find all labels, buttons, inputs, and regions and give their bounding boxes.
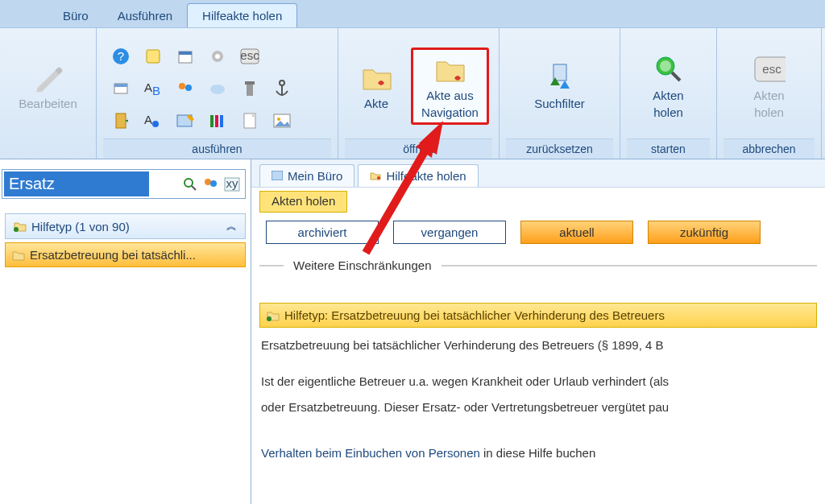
svg-rect-10: [114, 84, 127, 87]
svg-point-6: [215, 54, 220, 59]
help-icon[interactable]: ?: [107, 43, 135, 70]
photo-edit-icon[interactable]: [172, 107, 199, 134]
filter-vergangen[interactable]: vergangen: [393, 221, 506, 244]
svg-point-42: [14, 227, 19, 232]
search-row: xy: [2, 169, 246, 199]
akten-holen-start-button[interactable]: Akten holen: [641, 50, 697, 122]
akten-holen-abbrechen-button[interactable]: esc Akten holen: [741, 50, 798, 122]
akte-nav-label2: Navigation: [421, 105, 479, 119]
time-filter-row: archiviert vergangen aktuell zukünftig: [266, 221, 817, 244]
svg-point-22: [152, 121, 159, 127]
svg-point-29: [277, 118, 280, 121]
tab-buero[interactable]: Büro: [48, 4, 103, 27]
group-abbrechen-label: abbrechen: [723, 138, 815, 159]
sidebar: xy document.addEventListener('DOMContent…: [0, 159, 251, 504]
ausfuehren-icon-grid: ? esc AB A: [107, 43, 328, 134]
svg-rect-4: [179, 52, 192, 55]
search-input[interactable]: [4, 171, 149, 196]
tower-icon[interactable]: [236, 75, 263, 102]
bearbeiten-label: Bearbeiten: [19, 97, 77, 110]
svg-rect-24: [210, 115, 214, 127]
akte-nav-label1: Akte aus: [426, 89, 473, 102]
detail-line1: Ersatzbetreuung bei tatsächlicher Verhin…: [259, 333, 817, 357]
akte-aus-navigation-button[interactable]: Akte aus Navigation: [411, 48, 489, 125]
inner-tabs: Mein Büro Hilfeakte holen: [251, 159, 825, 188]
filter-archiviert[interactable]: archiviert: [266, 221, 379, 244]
svg-point-36: [184, 179, 193, 187]
folder-nav-heart-icon: [433, 53, 466, 85]
svg-line-33: [672, 72, 680, 81]
svg-point-44: [377, 176, 380, 180]
weitere-einschraenkungen-row: Weitere Einschränkungen: [259, 258, 817, 272]
ab-icon[interactable]: AB: [139, 75, 167, 102]
workspace: xy document.addEventListener('DOMContent…: [0, 159, 825, 504]
filter-zukuenftig[interactable]: zukünftig: [648, 221, 761, 244]
people-icon[interactable]: [172, 75, 199, 102]
calendar-icon[interactable]: [172, 43, 199, 70]
folder-heart-icon: [360, 61, 392, 93]
akten-abbr-l2: holen: [754, 105, 784, 119]
a-dot-icon[interactable]: A: [139, 107, 167, 134]
svg-text:A: A: [144, 113, 152, 126]
svg-point-38: [205, 179, 211, 185]
tab-ausfuehren[interactable]: Ausführen: [103, 4, 187, 27]
anchor-icon[interactable]: [268, 75, 296, 102]
inner-tab-mein-buero[interactable]: Mein Büro: [259, 164, 354, 187]
svg-text:?: ?: [117, 49, 123, 63]
hilfetyp-detail-heading: Hilfetyp: Ersatzbetreuung bei tatsächlic…: [259, 303, 817, 328]
svg-point-45: [267, 316, 272, 321]
svg-point-13: [179, 83, 185, 89]
books-icon[interactable]: [204, 107, 231, 134]
svg-rect-2: [147, 50, 160, 63]
svg-point-15: [210, 85, 225, 94]
magnifier-green-icon: [653, 53, 685, 85]
group-oeffnen-label: öffnen: [345, 138, 492, 159]
collapse-chevrons-icon[interactable]: ︽: [226, 219, 237, 233]
folder-small-icon: [12, 250, 25, 261]
svg-rect-16: [247, 83, 253, 96]
picture-icon[interactable]: [268, 107, 296, 134]
svg-rect-20: [116, 114, 126, 128]
recycle-icon: [544, 61, 576, 93]
xy-icon[interactable]: xy: [224, 176, 240, 192]
akten-abbr-l1: Akten: [753, 89, 784, 102]
akten-holen-heading: Akten holen: [259, 191, 347, 213]
verhalten-link[interactable]: Verhalten beim Einbuchen von Personen: [261, 446, 480, 460]
detail-para2: oder Ersatzbetreuung. Dieser Ersatz- ode…: [259, 395, 817, 419]
detail-para1: Ist der eigentliche Betreuer u.a. wegen …: [259, 369, 817, 394]
weitere-label: Weitere Einschränkungen: [293, 258, 432, 272]
svg-rect-25: [215, 115, 218, 127]
akte-button[interactable]: Akte: [348, 58, 404, 114]
pencil-icon: [32, 61, 64, 93]
svg-rect-43: [272, 171, 283, 180]
page-icon[interactable]: [236, 107, 263, 134]
svg-text:esc: esc: [762, 62, 781, 76]
ribbon: Bearbeiten . ? esc AB: [0, 27, 825, 159]
cloud-icon[interactable]: [204, 75, 231, 102]
group-ausfuehren-label: ausführen: [103, 138, 331, 159]
svg-point-14: [185, 85, 192, 91]
suchfilter-label: Suchfilter: [534, 97, 585, 110]
svg-rect-17: [245, 81, 255, 85]
akten-l2: holen: [653, 105, 683, 119]
hilfetyp-item-label: Ersatzbetreuung bei tatsächli...: [30, 248, 196, 262]
note-icon[interactable]: [139, 43, 167, 70]
hilfetyp-item[interactable]: Ersatzbetreuung bei tatsächli...: [5, 242, 246, 267]
folder-small-icon: [14, 221, 27, 232]
people-filter-icon[interactable]: [203, 176, 219, 192]
filter-aktuell[interactable]: aktuell: [520, 221, 633, 244]
esc-icon[interactable]: esc: [236, 43, 263, 70]
window-icon[interactable]: [107, 75, 135, 102]
hilfetyp-panel-header[interactable]: Hilfetyp (1 von 90) ︽: [5, 213, 246, 239]
svg-point-32: [660, 60, 671, 72]
gear-icon[interactable]: [204, 43, 231, 70]
bearbeiten-button[interactable]: Bearbeiten: [10, 58, 85, 114]
search-go-icon[interactable]: [182, 176, 198, 192]
svg-point-39: [210, 180, 217, 187]
esc-key-icon: esc: [753, 53, 786, 85]
detail-heading-text: Hilfetyp: Ersatzbetreuung bei tatsächlic…: [284, 308, 665, 322]
tab-hilfeakte-holen[interactable]: Hilfeakte holen: [187, 3, 297, 27]
door-icon[interactable]: [107, 107, 135, 134]
inner-tab-hilfeakte[interactable]: Hilfeakte holen: [358, 164, 478, 187]
suchfilter-button[interactable]: Suchfilter: [526, 58, 593, 114]
